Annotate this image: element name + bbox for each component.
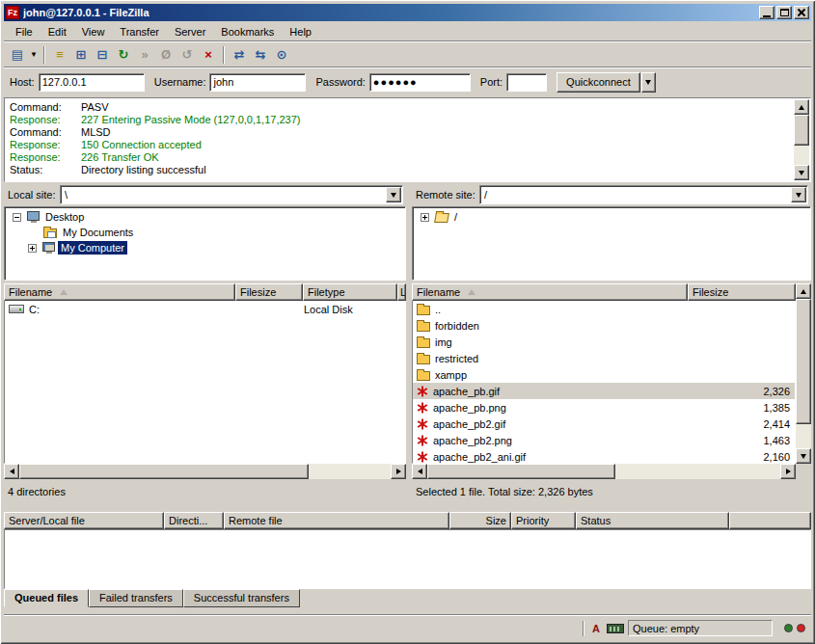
titlebar[interactable]: Fz john@127.0.0.1 - FileZilla — [4, 4, 811, 21]
remote-file-row[interactable]: apache_pb2.png 1,463 — [413, 432, 795, 448]
transfer-queue-list[interactable] — [4, 529, 811, 589]
collapse-icon[interactable] — [13, 213, 21, 222]
menu-server[interactable]: Server — [167, 24, 213, 40]
quickconnect-dropdown-button[interactable] — [641, 72, 656, 93]
synchronized-browsing-button[interactable]: ⇆ — [250, 44, 271, 66]
remote-file-row[interactable]: apache_pb.png 1,385 — [413, 399, 795, 416]
directory-comparison-button[interactable]: ⇄ — [229, 44, 250, 66]
disconnect-button[interactable]: Ø — [155, 44, 177, 66]
remote-file-row[interactable]: img — [413, 334, 795, 350]
quickconnect-button[interactable]: Quickconnect — [557, 72, 640, 93]
statusbar-divider — [583, 621, 584, 636]
cancel-button[interactable]: × — [198, 44, 219, 66]
remote-list-hscrollbar[interactable] — [412, 464, 796, 479]
local-site-dropdown-button[interactable] — [386, 187, 401, 202]
username-input[interactable] — [209, 73, 306, 92]
menu-file[interactable]: File — [8, 24, 41, 40]
close-icon — [797, 8, 806, 17]
scroll-left-button[interactable] — [412, 464, 427, 479]
remote-file-row[interactable]: .. — [413, 301, 795, 317]
remote-file-row[interactable]: apache_pb2.gif 2,414 — [413, 416, 795, 432]
close-button[interactable] — [794, 6, 809, 19]
toolbar-separator — [43, 46, 45, 64]
tab-queued-files[interactable]: Queued files — [4, 589, 89, 607]
scrollbar-thumb[interactable] — [427, 464, 615, 479]
column-header-filetype[interactable]: Filetype — [303, 283, 397, 301]
message-log: Command:PASV Response:227 Entering Passi… — [4, 97, 811, 182]
menu-view[interactable]: View — [74, 24, 113, 40]
scrollbar-thumb[interactable] — [794, 115, 809, 146]
column-header-filename[interactable]: Filename — [4, 283, 235, 301]
scroll-right-button[interactable] — [780, 464, 796, 479]
column-header-filename[interactable]: Filename — [412, 283, 688, 301]
find-files-button[interactable]: ⊙ — [271, 44, 292, 66]
minimize-button[interactable] — [759, 6, 774, 19]
username-label: Username: — [154, 76, 206, 88]
expand-icon[interactable] — [28, 244, 37, 253]
port-input[interactable] — [506, 73, 547, 92]
password-input[interactable] — [369, 73, 471, 92]
tree-item-label: My Documents — [60, 226, 136, 239]
scroll-left-button[interactable] — [4, 464, 19, 479]
menu-edit[interactable]: Edit — [41, 24, 74, 40]
toggle-transfer-queue-button[interactable]: ⊟ — [92, 44, 113, 66]
column-header-filesize[interactable]: Filesize — [235, 283, 303, 301]
site-manager-dropdown-button[interactable]: ▼ — [28, 44, 40, 66]
menu-help[interactable]: Help — [282, 24, 319, 40]
local-tree: Desktop My Documents My Computer — [4, 206, 406, 281]
tree-item-root[interactable]: / — [413, 209, 810, 225]
queue-column-size[interactable]: Size — [449, 512, 511, 529]
scrollbar-thumb[interactable] — [796, 299, 811, 424]
toggle-directory-trees-button[interactable]: ⊞ — [70, 44, 92, 66]
tree-item-my-computer[interactable]: My Computer — [5, 240, 405, 255]
file-size: 2,160 — [763, 451, 790, 463]
remote-file-row[interactable]: forbidden — [413, 317, 795, 334]
remote-site-combo[interactable]: / — [479, 185, 808, 204]
speed-limit-indicator-icon[interactable] — [607, 624, 624, 633]
log-text: 227 Entering Passive Mode (127,0,0,1,17,… — [81, 114, 300, 125]
scroll-down-button[interactable] — [796, 448, 811, 464]
column-header-truncated[interactable]: L — [397, 283, 406, 301]
log-scrollbar[interactable] — [794, 99, 809, 180]
reconnect-button[interactable]: ↺ — [177, 44, 198, 66]
local-list-hscrollbar[interactable] — [4, 464, 406, 479]
scroll-down-button[interactable] — [794, 165, 809, 180]
local-file-row[interactable]: C: Local Disk — [5, 301, 405, 317]
queue-column-direction[interactable]: Directi... — [164, 512, 224, 529]
host-input[interactable] — [39, 73, 145, 92]
remote-site-dropdown-button[interactable] — [791, 187, 806, 202]
queue-column-server-local-file[interactable]: Server/Local file — [4, 512, 164, 529]
scroll-up-button[interactable] — [796, 283, 811, 299]
remote-file-row-selected[interactable]: apache_pb.gif 2,326 — [413, 383, 795, 399]
site-manager-button[interactable]: ▤ — [7, 44, 28, 66]
scroll-up-button[interactable] — [794, 99, 809, 115]
menu-bookmarks[interactable]: Bookmarks — [213, 24, 282, 40]
chevron-down-icon — [796, 193, 801, 198]
local-site-value: \ — [61, 189, 386, 201]
remote-file-row[interactable]: restricted — [413, 350, 795, 366]
maximize-button[interactable] — [776, 6, 792, 19]
remote-file-row[interactable]: xampp — [413, 366, 795, 383]
toggle-message-log-button[interactable]: ≡ — [49, 44, 70, 66]
tree-item-my-documents[interactable]: My Documents — [5, 225, 405, 240]
queue-column-remote-file[interactable]: Remote file — [224, 512, 449, 529]
remote-list-scrollbar[interactable] — [796, 283, 811, 464]
column-header-filesize[interactable]: Filesize — [688, 283, 796, 301]
scroll-right-button[interactable] — [391, 464, 406, 479]
tree-item-desktop[interactable]: Desktop — [5, 209, 405, 225]
queue-column-priority[interactable]: Priority — [511, 512, 576, 529]
transfer-type-indicator[interactable]: A — [589, 623, 603, 634]
send-activity-led — [797, 624, 805, 632]
expand-icon[interactable] — [421, 213, 429, 222]
menu-transfer[interactable]: Transfer — [112, 24, 167, 40]
tab-successful-transfers[interactable]: Successful transfers — [183, 589, 300, 607]
process-queue-button[interactable]: » — [134, 44, 155, 66]
refresh-button[interactable]: ↻ — [113, 44, 134, 66]
remote-tree: / — [412, 206, 811, 281]
scrollbar-thumb[interactable] — [19, 464, 309, 479]
local-site-combo[interactable]: \ — [60, 185, 403, 204]
remote-file-row[interactable]: apache_pb2_ani.gif 2,160 — [413, 448, 795, 464]
file-size: 1,463 — [763, 435, 790, 446]
tab-failed-transfers[interactable]: Failed transfers — [89, 589, 183, 607]
queue-column-status[interactable]: Status — [576, 512, 729, 529]
